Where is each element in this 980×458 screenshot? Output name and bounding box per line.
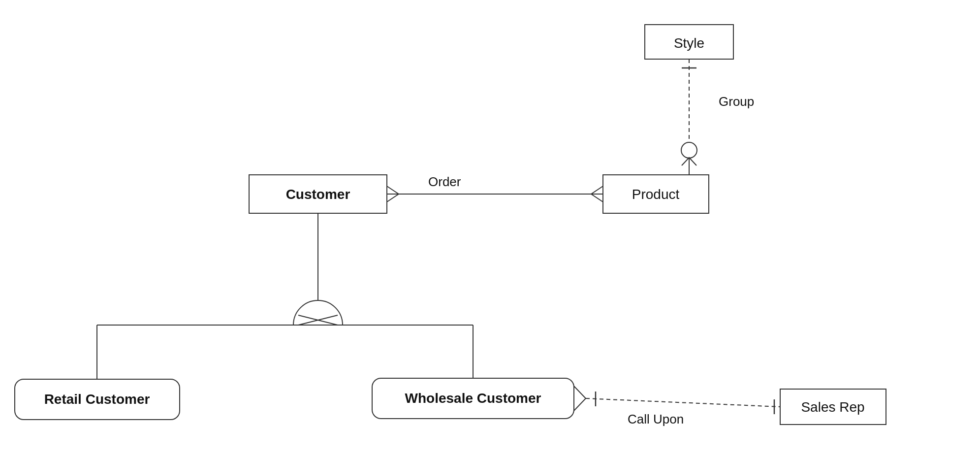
style-product-circle xyxy=(681,142,697,158)
wholesale-customer-label: Wholesale Customer xyxy=(405,391,541,406)
style-label: Style xyxy=(674,35,704,51)
product-label: Product xyxy=(632,187,680,202)
diagram-canvas: Style Product Customer Retail Customer W… xyxy=(0,0,980,458)
xor-arc xyxy=(293,300,343,325)
retail-customer-label: Retail Customer xyxy=(44,392,150,407)
order-relation-label: Order xyxy=(428,174,461,189)
wholesale-salesrep-crowfoot xyxy=(574,386,586,411)
wholesale-salesrep-line xyxy=(586,398,780,407)
callup-relation-label: Call Upon xyxy=(628,412,684,426)
salesrep-label: Sales Rep xyxy=(801,399,864,415)
group-relation-label: Group xyxy=(719,94,754,109)
customer-label: Customer xyxy=(286,187,350,202)
